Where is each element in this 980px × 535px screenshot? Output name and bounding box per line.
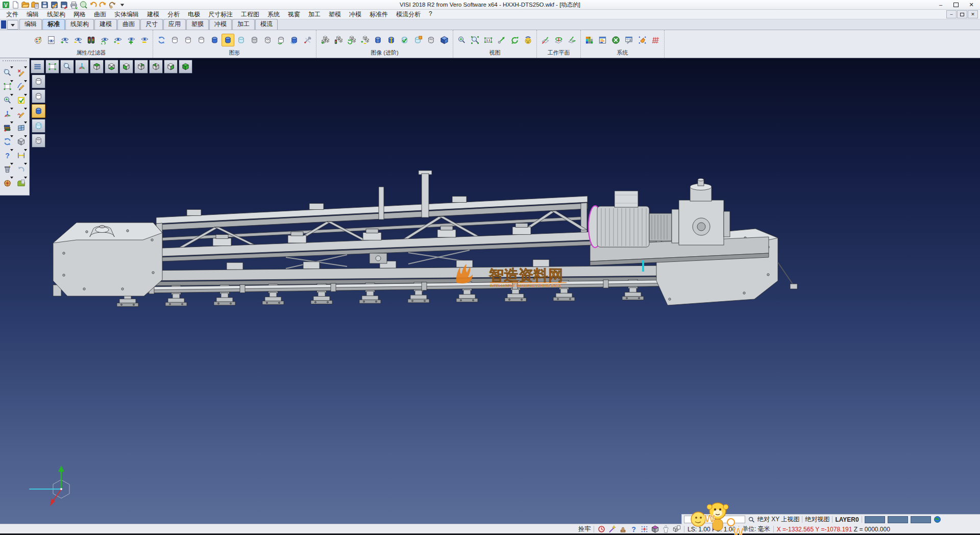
hide-entities-icon[interactable] (71, 34, 84, 46)
view-orientation-icon[interactable] (522, 34, 534, 46)
menu-item-17[interactable]: 模流分析 (392, 10, 425, 19)
grid-settings-icon[interactable] (649, 34, 662, 46)
shaded-edges-mode-icon[interactable] (222, 34, 234, 46)
history-icon[interactable] (597, 525, 606, 533)
ribbon-tab-6[interactable]: 应用 (163, 19, 186, 30)
measure-icon[interactable] (15, 149, 28, 162)
toggle-visibility-icon[interactable] (111, 34, 124, 46)
solid-view-icon[interactable] (438, 34, 451, 46)
delete-icon[interactable] (1, 162, 14, 176)
ribbon-tab-2[interactable]: 线架构 (65, 19, 94, 30)
viewport-canvas[interactable]: 智造资料网 INTELLIGENT MANUFACTURING DATA (0, 58, 980, 524)
regenerate-icon[interactable] (1, 135, 14, 148)
centerline-cylinder-icon[interactable] (385, 34, 398, 46)
body-filter-icon[interactable] (662, 525, 670, 533)
active-layer-label[interactable]: LAYER0 (835, 516, 859, 523)
highlight-icon[interactable] (608, 525, 617, 533)
mode-wireframe-icon[interactable] (32, 75, 45, 88)
undo-icon[interactable] (88, 1, 97, 9)
color-table-icon[interactable] (583, 34, 596, 46)
menu-item-3[interactable]: 网格 (69, 10, 90, 19)
draw-curve-icon[interactable] (15, 80, 28, 93)
close-button[interactable]: ✕ (964, 1, 979, 9)
show-entities-icon[interactable] (58, 34, 71, 46)
menu-item-2[interactable]: 线架构 (43, 10, 69, 19)
axonometric-icon[interactable] (75, 60, 89, 74)
ribbon-tab-3[interactable]: 建模 (94, 19, 117, 30)
zoom-extents-icon[interactable] (469, 34, 481, 46)
menu-item-16[interactable]: 标准件 (365, 10, 392, 19)
menu-item-4[interactable]: 曲面 (90, 10, 110, 19)
adv-regen-icon[interactable] (345, 34, 358, 46)
view-orientation-label[interactable]: 绝对 XY 上视图 (757, 515, 799, 524)
shaded-mode-icon[interactable] (208, 34, 221, 46)
redraw-icon[interactable] (155, 34, 168, 46)
invert-visibility-icon[interactable] (98, 34, 111, 46)
view-right-icon[interactable] (164, 60, 178, 74)
quick-access-dropdown-icon[interactable] (117, 1, 127, 9)
menu-item-13[interactable]: 加工 (304, 10, 325, 19)
view-cube-icon[interactable] (672, 525, 681, 533)
context-help-icon[interactable] (629, 525, 638, 533)
minimize-button[interactable]: – (933, 1, 948, 9)
child-restore-button[interactable] (957, 10, 967, 18)
fit-view-icon[interactable] (45, 60, 59, 74)
attribute-table-icon[interactable] (623, 34, 635, 46)
visi-logo-icon[interactable] (1, 1, 10, 9)
view-front-icon[interactable] (119, 60, 133, 74)
sketch-icon[interactable] (15, 107, 28, 120)
hatched-mode-icon[interactable] (261, 34, 274, 46)
mode-transparent-icon[interactable] (32, 119, 45, 133)
adv-filter-icon[interactable] (332, 34, 345, 46)
adv-toggle-icon[interactable] (358, 34, 371, 46)
validate-solid-icon[interactable] (398, 34, 411, 46)
view-left-icon[interactable] (149, 60, 163, 74)
erase-entity-icon[interactable] (15, 66, 28, 79)
system-settings-icon[interactable] (596, 34, 609, 46)
menu-item-0[interactable]: 文件 (2, 10, 22, 19)
zoom-dynamic-icon[interactable] (60, 60, 74, 74)
open-file-icon[interactable] (20, 1, 30, 9)
print-preview-icon[interactable] (79, 1, 88, 9)
help-icon[interactable] (1, 149, 14, 162)
mode-hidden-line-icon[interactable] (32, 89, 45, 103)
zoom-window-icon[interactable] (455, 34, 468, 46)
export-icon[interactable] (59, 1, 68, 9)
ribbon-tab-0[interactable]: 编辑 (19, 19, 42, 30)
toolbar-grip[interactable] (3, 60, 27, 64)
file-manager-icon[interactable] (15, 176, 28, 189)
maximize-button[interactable] (948, 1, 964, 9)
print-icon[interactable] (69, 1, 78, 9)
globe-icon[interactable] (934, 516, 941, 523)
zoom-1to1-icon[interactable] (482, 34, 495, 46)
wireframe-mode-icon[interactable] (168, 34, 181, 46)
regen-all-icon[interactable] (288, 34, 301, 46)
workplane-create-icon[interactable] (539, 34, 552, 46)
menu-item-9[interactable]: 尺寸标注 (204, 10, 237, 19)
viewport[interactable]: 智造资料网 INTELLIGENT MANUFACTURING DATA (0, 58, 980, 524)
adv-show-icon[interactable] (318, 34, 331, 46)
save-icon[interactable] (40, 1, 49, 9)
undo-last-icon[interactable] (15, 162, 28, 176)
dashed-cylinder-icon[interactable] (372, 34, 384, 46)
mode-hatched-icon[interactable] (32, 134, 45, 148)
save-as-icon[interactable] (50, 1, 59, 9)
options-icon[interactable] (609, 34, 622, 46)
child-close-button[interactable]: ✕ (968, 10, 978, 18)
mode-shaded-icon[interactable] (32, 104, 45, 118)
child-minimize-button[interactable]: – (946, 10, 957, 18)
import-file-icon[interactable] (30, 1, 39, 9)
hatch-solid-icon[interactable] (425, 34, 437, 46)
menu-item-18[interactable]: ? (425, 10, 436, 19)
workplane-indicator-icon[interactable] (651, 525, 659, 533)
layer-swatch-1[interactable] (865, 516, 885, 523)
menu-item-14[interactable]: 塑模 (325, 10, 345, 19)
menu-item-1[interactable]: 编辑 (22, 10, 43, 19)
layer-swatch-2[interactable] (888, 516, 908, 523)
confirm-icon[interactable] (15, 93, 28, 107)
ribbon-tab-7[interactable]: 塑膜 (186, 19, 209, 30)
ribbon-tab-9[interactable]: 加工 (232, 19, 255, 30)
layer-swatch-3[interactable] (911, 516, 931, 523)
zoom-fit-icon[interactable] (1, 80, 14, 93)
menu-item-12[interactable]: 视窗 (284, 10, 304, 19)
